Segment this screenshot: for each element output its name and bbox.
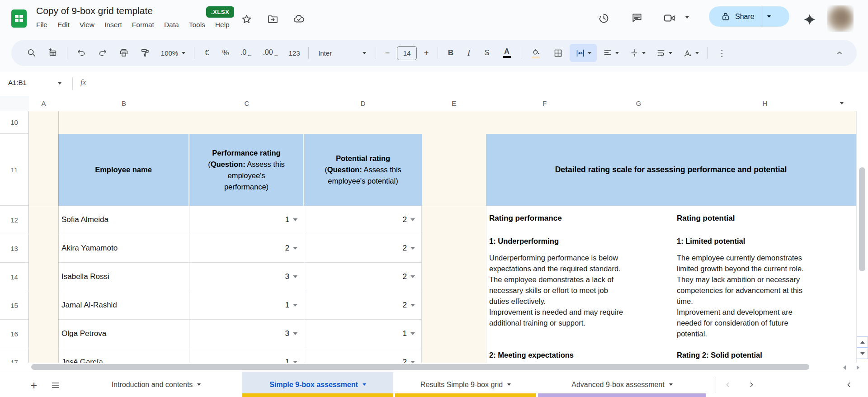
column-header-a[interactable]: A: [29, 96, 59, 111]
document-title[interactable]: Copy of 9-box grid template: [36, 5, 153, 16]
row-header-16[interactable]: 16: [0, 320, 29, 348]
performance-cell[interactable]: 2: [189, 234, 304, 262]
strikethrough-button[interactable]: S: [478, 44, 495, 62]
all-sheets-menu-icon[interactable]: [49, 378, 62, 392]
performance-cell[interactable]: 3: [189, 320, 304, 348]
user-avatar[interactable]: [827, 5, 854, 32]
more-options-kebab-icon[interactable]: ⋮: [712, 44, 732, 62]
column-header-h[interactable]: H: [674, 96, 856, 111]
scroll-down-button[interactable]: [857, 348, 868, 359]
menu-help[interactable]: Help: [210, 20, 235, 30]
font-size-input[interactable]: 14: [396, 44, 418, 62]
dropdown-arrow-icon[interactable]: [293, 332, 297, 335]
tab-caret-icon[interactable]: [197, 383, 201, 386]
increase-decimal-button[interactable]: .00→: [259, 44, 283, 62]
dropdown-arrow-icon[interactable]: [293, 218, 297, 221]
performance-cell[interactable]: 1: [189, 291, 304, 319]
decrease-decimal-button[interactable]: .0←: [236, 44, 257, 62]
merge-cells-button[interactable]: [570, 44, 597, 62]
italic-button[interactable]: I: [461, 44, 477, 62]
dropdown-arrow-icon[interactable]: [410, 247, 415, 250]
row-header-14[interactable]: 14: [0, 263, 29, 291]
sheet-views-icon[interactable]: [43, 44, 63, 62]
employee-name-cell[interactable]: Olga Petrova: [58, 320, 189, 348]
scroll-left-button[interactable]: [839, 364, 850, 371]
employee-name-cell[interactable]: Jamal Al-Rashid: [58, 291, 189, 319]
horizontal-scrollbar[interactable]: [0, 363, 868, 372]
spreadsheet-grid[interactable]: 10 11 12 13 14 15 16 17 Employee name Pe…: [0, 111, 868, 363]
dropdown-arrow-icon[interactable]: [410, 304, 415, 307]
potential-level1-description[interactable]: The employee currently demonstrates limi…: [677, 252, 858, 339]
dropdown-arrow-icon[interactable]: [293, 275, 297, 278]
scroll-right-button[interactable]: [853, 364, 863, 371]
font-selector[interactable]: Inter: [313, 44, 372, 62]
print-icon[interactable]: [114, 44, 134, 62]
move-folder-icon[interactable]: [264, 11, 281, 27]
tab-introduction-and-contents[interactable]: Introduction and contents: [70, 372, 242, 397]
name-box[interactable]: A1:B1: [8, 79, 27, 86]
share-dropdown-caret-icon[interactable]: [767, 15, 771, 18]
rating-scale-title-cell[interactable]: Detailed rating scale for assessing perf…: [486, 134, 856, 206]
potential-level2-title[interactable]: Rating 2: Solid potential: [677, 351, 762, 359]
row-header-11[interactable]: 11: [0, 134, 29, 206]
column-header-b[interactable]: B: [58, 96, 190, 111]
performance-cell[interactable]: 1: [189, 206, 304, 234]
horizontal-scrollbar-thumb[interactable]: [31, 364, 809, 370]
column-h-dropdown-caret-icon[interactable]: [840, 102, 844, 104]
cloud-status-icon[interactable]: [291, 11, 307, 27]
dropdown-arrow-icon[interactable]: [293, 247, 297, 250]
meet-camera-icon[interactable]: [659, 8, 680, 28]
dropdown-arrow-icon[interactable]: [410, 332, 415, 335]
employee-name-cell[interactable]: Akira Yamamoto: [58, 234, 189, 262]
text-rotation-button[interactable]: [678, 44, 703, 62]
potential-cell[interactable]: 2: [304, 348, 422, 363]
fill-color-button[interactable]: [525, 44, 546, 62]
collapse-toolbar-icon[interactable]: [830, 44, 849, 62]
rating-potential-header[interactable]: Rating potential: [677, 214, 735, 223]
text-wrap-button[interactable]: [651, 44, 677, 62]
column-header-f[interactable]: F: [486, 96, 604, 111]
percent-format-button[interactable]: %: [217, 44, 234, 62]
potential-cell[interactable]: 1: [304, 320, 422, 348]
tab-caret-icon[interactable]: [669, 383, 673, 386]
undo-icon[interactable]: [71, 44, 91, 62]
tab-advanced-9-box-assessment[interactable]: Advanced 9-box assessment: [538, 372, 706, 397]
more-formats-button[interactable]: 123: [284, 44, 304, 62]
row-header-17[interactable]: 17: [0, 348, 29, 363]
search-icon[interactable]: [22, 44, 42, 62]
name-box-caret-icon[interactable]: [58, 82, 61, 85]
employee-name-header-cell[interactable]: Employee name: [58, 134, 189, 206]
menu-tools[interactable]: Tools: [184, 20, 210, 30]
dropdown-arrow-icon[interactable]: [293, 304, 297, 307]
employee-name-cell[interactable]: José García: [58, 348, 189, 363]
comments-icon[interactable]: [627, 8, 647, 28]
potential-level1-title[interactable]: 1: Limited potential: [677, 237, 745, 246]
menu-file[interactable]: File: [31, 20, 52, 30]
share-button[interactable]: Share: [709, 6, 789, 27]
gemini-sparkle-icon[interactable]: [799, 9, 820, 30]
column-header-d[interactable]: D: [304, 96, 422, 111]
zoom-control[interactable]: 100%: [156, 44, 190, 62]
sheets-logo-icon[interactable]: [11, 9, 27, 28]
paint-format-icon[interactable]: [135, 44, 155, 62]
performance-cell[interactable]: 1: [189, 348, 304, 363]
horizontal-align-button[interactable]: [598, 44, 623, 62]
performance-level1-title[interactable]: 1: Underperforming: [489, 237, 559, 246]
row-header-10[interactable]: 10: [0, 111, 29, 134]
dropdown-arrow-icon[interactable]: [410, 218, 415, 221]
menu-edit[interactable]: Edit: [52, 20, 75, 30]
menu-data[interactable]: Data: [159, 20, 184, 30]
scroll-up-button[interactable]: [857, 336, 868, 348]
borders-button[interactable]: [547, 44, 568, 62]
tab-simple-9-box-assessment[interactable]: Simple 9-box assessment: [242, 372, 393, 397]
potential-rating-header-cell[interactable]: Potential rating (Question: Assess this …: [304, 134, 422, 206]
performance-rating-header-cell[interactable]: Performance rating (Question: Assess thi…: [189, 134, 304, 206]
employee-name-cell[interactable]: Sofia Almeida: [58, 206, 189, 234]
add-sheet-icon[interactable]: +: [27, 378, 41, 392]
tabs-scroll-left-icon[interactable]: [722, 378, 734, 391]
potential-cell[interactable]: 2: [304, 263, 422, 291]
vertical-scrollbar[interactable]: [856, 111, 868, 363]
select-all-corner[interactable]: [0, 96, 29, 111]
meet-dropdown-caret-icon[interactable]: [685, 16, 689, 19]
decrease-font-size-button[interactable]: −: [380, 44, 395, 62]
